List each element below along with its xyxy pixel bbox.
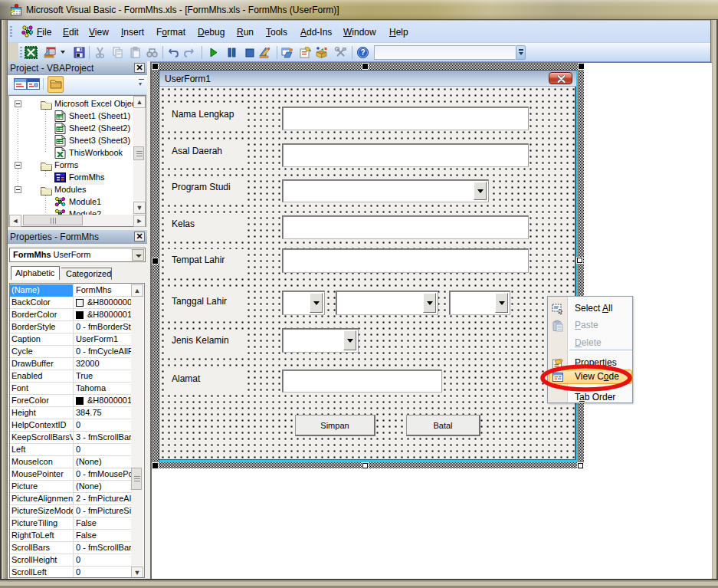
svg-text:?: ? [360,48,365,57]
